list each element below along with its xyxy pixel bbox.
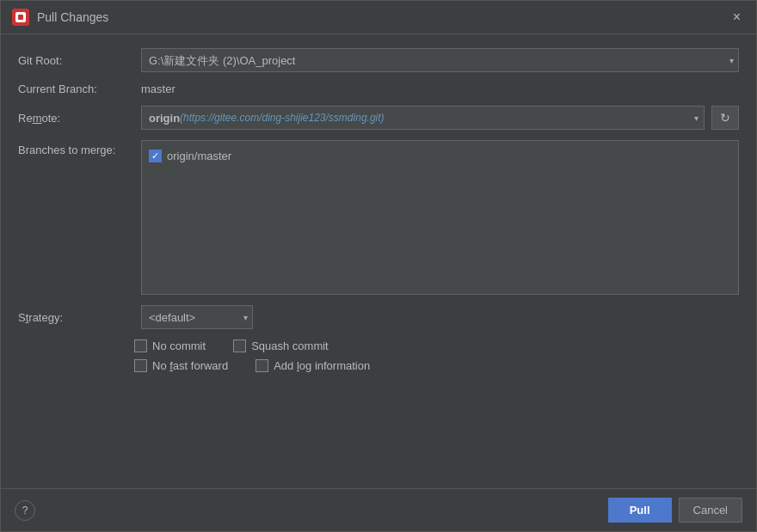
- options-row-2: No fast forward Add log information: [134, 359, 739, 372]
- remote-label: Remote:: [18, 112, 134, 125]
- no-fast-forward-checkbox[interactable]: [134, 359, 147, 372]
- options-row-1: No commit Squash commit: [134, 339, 739, 352]
- current-branch-value: master: [141, 83, 175, 95]
- no-commit-option[interactable]: No commit: [134, 339, 206, 352]
- title-bar: Pull Changes ×: [1, 1, 756, 34]
- pull-button[interactable]: Pull: [608, 498, 672, 523]
- refresh-icon: ↻: [720, 111, 730, 125]
- branch-name: origin/master: [167, 150, 231, 162]
- add-log-label: Add log information: [274, 359, 370, 372]
- git-root-label: Git Root:: [18, 54, 134, 67]
- pull-changes-dialog: Pull Changes × Git Root: G:\新建文件夹 (2)\OA…: [0, 0, 757, 532]
- strategy-select-container: <default>resolverecursiveoctopusourssubt…: [141, 305, 253, 329]
- no-commit-label: No commit: [152, 339, 206, 352]
- branch-checkbox[interactable]: [149, 150, 162, 162]
- strategy-select[interactable]: <default>resolverecursiveoctopusourssubt…: [141, 305, 253, 329]
- branches-label: Branches to merge:: [18, 140, 134, 156]
- current-branch-label: Current Branch:: [18, 83, 134, 95]
- dialog-title: Pull Changes: [37, 10, 108, 24]
- close-button[interactable]: ×: [728, 9, 746, 26]
- branch-item[interactable]: origin/master: [149, 148, 731, 164]
- branches-row: Branches to merge: origin/master: [18, 140, 739, 295]
- git-root-select[interactable]: G:\新建文件夹 (2)\OA_project: [141, 48, 739, 72]
- title-bar-left: Pull Changes: [11, 8, 108, 27]
- no-fast-forward-label: No fast forward: [152, 359, 228, 372]
- remote-row: Remote: origin (https://gitee.com/ding-s…: [18, 106, 739, 130]
- strategy-label: Strategy:: [18, 311, 134, 324]
- refresh-button[interactable]: ↻: [711, 106, 739, 130]
- squash-commit-option[interactable]: Squash commit: [233, 339, 329, 352]
- svg-rect-2: [18, 15, 23, 20]
- strategy-row: Strategy: <default>resolverecursiveoctop…: [18, 305, 739, 329]
- git-root-select-container: G:\新建文件夹 (2)\OA_project ▾: [141, 48, 739, 72]
- help-icon: ?: [22, 504, 28, 517]
- options-area: No commit Squash commit No fast forward …: [134, 339, 739, 372]
- dialog-content: Git Root: G:\新建文件夹 (2)\OA_project ▾ Curr…: [1, 34, 756, 488]
- current-branch-row: Current Branch: master: [18, 83, 739, 95]
- no-commit-checkbox[interactable]: [134, 339, 147, 352]
- squash-commit-checkbox[interactable]: [233, 339, 246, 352]
- no-fast-forward-option[interactable]: No fast forward: [134, 359, 228, 372]
- dialog-footer: ? Pull Cancel: [1, 488, 756, 531]
- remote-dropdown-icon: ▾: [694, 113, 699, 123]
- help-button[interactable]: ?: [15, 500, 35, 521]
- add-log-option[interactable]: Add log information: [255, 359, 370, 372]
- squash-commit-label: Squash commit: [251, 339, 329, 352]
- remote-name: origin: [149, 112, 180, 125]
- remote-url: (https://gitee.com/ding-shijie123/ssmdin…: [180, 112, 384, 124]
- cancel-button[interactable]: Cancel: [679, 498, 742, 523]
- remote-display[interactable]: origin (https://gitee.com/ding-shijie123…: [141, 106, 705, 130]
- add-log-checkbox[interactable]: [255, 359, 268, 372]
- branches-list: origin/master: [141, 140, 739, 295]
- git-root-row: Git Root: G:\新建文件夹 (2)\OA_project ▾: [18, 48, 739, 72]
- footer-buttons: Pull Cancel: [608, 498, 742, 523]
- app-icon: [11, 8, 30, 27]
